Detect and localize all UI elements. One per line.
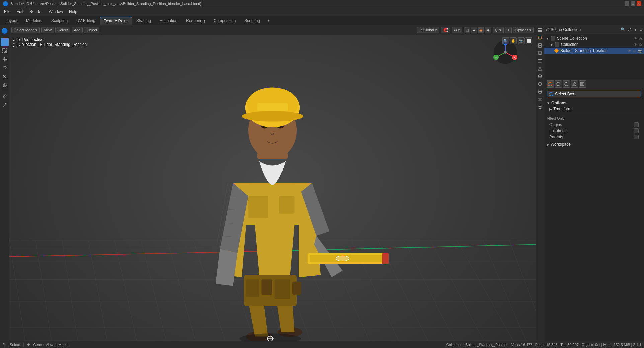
tab-animation[interactable]: Animation xyxy=(156,17,181,24)
parents-checkbox[interactable] xyxy=(634,135,639,139)
modifier-properties-icon[interactable] xyxy=(537,88,543,95)
tool-annotate[interactable] xyxy=(1,92,9,100)
object-mode-dropdown[interactable]: Object Mode ▾ xyxy=(11,27,40,33)
transform-header[interactable]: ▶ Transform xyxy=(549,107,641,111)
options-header[interactable]: ▼ Options xyxy=(547,101,641,105)
tool-cursor[interactable] xyxy=(1,38,9,46)
global-transform[interactable]: ⊕ Global ▾ xyxy=(417,27,439,33)
locations-checkbox[interactable] xyxy=(634,128,639,133)
tool-measure[interactable] xyxy=(1,101,9,109)
svg-point-4 xyxy=(4,76,5,77)
wireframe-shade[interactable]: ◫ xyxy=(464,27,470,33)
svg-point-94 xyxy=(539,99,540,100)
tab-texture-paint[interactable]: Texture Paint xyxy=(100,17,132,25)
svg-rect-75 xyxy=(538,30,542,31)
tool-rotate[interactable] xyxy=(1,64,9,72)
tab-sculpting[interactable]: Sculpting xyxy=(47,17,72,24)
options-dropdown[interactable]: Options ▾ xyxy=(513,27,534,33)
outliner-builder-object[interactable]: 🔶 Builder_Standing_Position 👁 ◎ 📷 xyxy=(544,48,644,54)
tool-transform[interactable] xyxy=(1,81,9,89)
tool-selector[interactable]: 🔵 xyxy=(1,27,9,35)
world-properties-icon[interactable] xyxy=(537,73,543,80)
minimize-button[interactable]: — xyxy=(625,1,629,6)
collection-vis-icon[interactable]: 👁 xyxy=(634,43,637,47)
circle-select-icon-btn[interactable] xyxy=(555,80,562,88)
lasso-select-icon-btn[interactable] xyxy=(563,80,570,88)
collection-sel-icon[interactable]: ◎ xyxy=(639,43,642,47)
select-menu[interactable]: Select xyxy=(55,27,70,33)
builder-object-vis-icon[interactable]: 👁 xyxy=(628,49,631,53)
physics-properties-icon[interactable] xyxy=(537,104,543,110)
workspace-section: ▶ Workspace xyxy=(544,141,644,148)
camera-icon[interactable]: 📷 xyxy=(518,37,525,44)
outliner-sync-icon[interactable]: ⇄ xyxy=(628,27,631,32)
solid-shade[interactable]: ● xyxy=(471,27,477,33)
tool-select-box[interactable] xyxy=(1,47,9,55)
scene-outliner-icon[interactable] xyxy=(537,27,543,33)
outliner-collection[interactable]: ▼ ⬛ Collection 👁 ◎ xyxy=(544,41,644,48)
blender-logo-icon: 🔵 xyxy=(3,1,8,6)
outliner-filter-icon[interactable]: ⬡ xyxy=(546,27,549,32)
tab-modeling[interactable]: Modeling xyxy=(22,17,47,24)
view-menu[interactable]: View xyxy=(41,27,54,33)
workspace-header[interactable]: ▶ Workspace xyxy=(547,142,641,147)
search-viewport-icon[interactable]: 🔍 xyxy=(502,37,509,44)
outliner-settings-icon[interactable]: ≡ xyxy=(640,28,642,32)
tweak-select-icon-btn[interactable] xyxy=(571,80,578,88)
props-icons-row xyxy=(544,79,644,89)
object-menu[interactable]: Object xyxy=(84,27,99,33)
tab-uv-editing[interactable]: UV Editing xyxy=(72,17,99,24)
menu-render[interactable]: Render xyxy=(27,9,45,15)
maximize-button[interactable]: □ xyxy=(631,1,635,6)
tab-scripting[interactable]: Scripting xyxy=(240,17,264,24)
stats-label: Collection | Builder_Standing_Position |… xyxy=(446,343,641,347)
view-layer-icon[interactable] xyxy=(537,58,543,64)
proportional-edit[interactable]: ⊙ ▾ xyxy=(452,27,462,33)
builder-object-sel-icon[interactable]: ◎ xyxy=(633,49,636,53)
properties-icon[interactable] xyxy=(537,34,543,41)
select-all-icon-btn[interactable] xyxy=(579,80,586,88)
select-box-button[interactable]: Select Box xyxy=(547,91,641,97)
tab-compositing[interactable]: Compositing xyxy=(210,17,240,24)
output-properties-icon[interactable] xyxy=(537,50,543,57)
render-shade[interactable]: ◈ xyxy=(485,27,491,33)
close-button[interactable]: ✕ xyxy=(637,1,641,6)
tool-scale[interactable] xyxy=(1,73,9,81)
snap-toggle[interactable]: 🧲 xyxy=(441,27,450,33)
outliner-search-icon[interactable]: 🔍 xyxy=(621,27,625,32)
workspace-collapse-icon: ▶ xyxy=(547,143,549,146)
viewport[interactable]: Object Mode ▾ View Select Add Object ⊕ G… xyxy=(9,25,536,341)
collection-color-icon: ⬛ xyxy=(555,42,560,47)
menu-file[interactable]: File xyxy=(1,9,13,15)
scene-properties-icon[interactable] xyxy=(537,65,543,72)
builder-object-render-icon[interactable]: 📷 xyxy=(638,49,642,53)
box-icon[interactable]: ⬜ xyxy=(526,37,532,44)
select-box-icon-btn[interactable] xyxy=(547,80,554,88)
tab-rendering[interactable]: Rendering xyxy=(182,17,209,24)
outliner-scene-collection[interactable]: ▼ ⬛ Scene Collection 👁 ◎ xyxy=(544,35,644,41)
scene-collection-sel-icon[interactable]: ◎ xyxy=(639,37,642,40)
svg-rect-98 xyxy=(581,83,583,85)
scene-collection-vis-icon[interactable]: 👁 xyxy=(634,37,637,40)
menu-window[interactable]: Window xyxy=(46,9,66,15)
menu-help[interactable]: Help xyxy=(66,9,80,15)
menu-edit[interactable]: Edit xyxy=(14,9,26,15)
gizmo-toggle[interactable]: ⌖ xyxy=(505,27,512,33)
outliner-header: ⬡ Scene Collection 🔍 ⇄ ▼ ≡ xyxy=(544,25,644,34)
tab-shading[interactable]: Shading xyxy=(132,17,155,24)
object-properties-icon[interactable] xyxy=(537,81,543,87)
tab-layout[interactable]: Layout xyxy=(1,17,21,24)
hand-icon[interactable]: ✋ xyxy=(510,37,517,44)
tool-move[interactable] xyxy=(1,55,9,63)
render-properties-icon[interactable] xyxy=(537,42,543,49)
svg-point-93 xyxy=(540,100,541,101)
material-shade[interactable]: ◉ xyxy=(478,27,484,33)
particle-properties-icon[interactable] xyxy=(537,96,543,103)
origins-checkbox[interactable] xyxy=(634,122,639,127)
titlebar-controls[interactable]: — □ ✕ xyxy=(625,1,641,6)
outliner-filter2-icon[interactable]: ▼ xyxy=(634,28,637,32)
overlay-toggle[interactable]: ⬡ ▾ xyxy=(493,27,504,33)
tab-add-button[interactable]: + xyxy=(265,17,272,24)
add-menu[interactable]: Add xyxy=(72,27,83,33)
statusbar: 🖱 Select ⊕ Center View to Mouse Collecti… xyxy=(0,341,644,348)
